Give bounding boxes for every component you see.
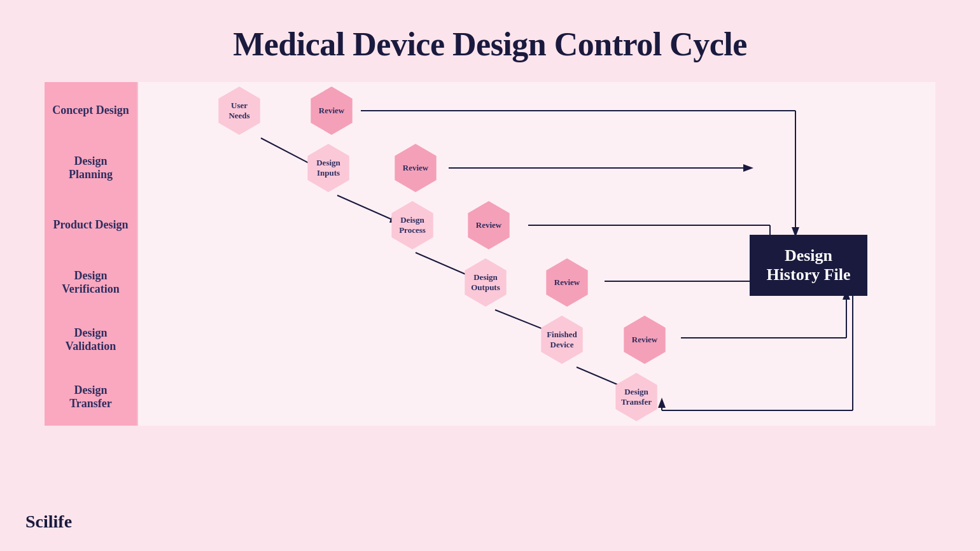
hex-review-2-shape: Review: [391, 144, 440, 192]
row-design-validation: Design Validation: [45, 311, 935, 368]
hex-review-4: Review: [543, 258, 591, 307]
hex-design-process: Deisgn Process: [388, 201, 437, 249]
hex-design-transfer-shape: Design Transfer: [612, 373, 661, 421]
hex-user-needs-shape: User Needs: [215, 87, 263, 135]
hex-review-4-shape: Review: [543, 258, 591, 307]
label-design-verification: Design Verification: [45, 254, 137, 311]
hex-design-transfer-label: Design Transfer: [617, 387, 655, 407]
content-design-validation: [137, 311, 935, 368]
hex-review-1-shape: Review: [307, 87, 356, 135]
diagram-area: Concept Design Design Planning Product D…: [45, 82, 935, 426]
hex-design-outputs-label: Design Outputs: [466, 272, 505, 293]
dhf-box: Design History File: [750, 235, 867, 296]
hex-review-5: Review: [620, 316, 669, 364]
hex-review-1: Review: [307, 87, 356, 135]
hex-design-transfer: Design Transfer: [612, 373, 661, 421]
content-design-planning: [137, 139, 935, 197]
hex-review-2: Review: [391, 144, 440, 192]
row-design-planning: Design Planning: [45, 139, 935, 197]
hex-review-4-label: Review: [554, 277, 580, 288]
hex-review-3: Review: [465, 201, 513, 249]
hex-review-5-label: Review: [632, 335, 657, 345]
hex-review-5-shape: Review: [620, 316, 669, 364]
hex-design-inputs: Design Inputs: [304, 144, 353, 192]
hex-finished-device: Finished Device: [538, 316, 586, 364]
hex-user-needs: User Needs: [215, 87, 263, 135]
row-concept-design: Concept Design: [45, 82, 935, 139]
hex-design-outputs-shape: Design Outputs: [461, 258, 510, 307]
hex-review-3-shape: Review: [465, 201, 513, 249]
content-design-transfer: [137, 368, 935, 426]
hex-review-1-label: Review: [319, 106, 344, 116]
hex-design-process-shape: Deisgn Process: [388, 201, 437, 249]
brand-label: Scilife: [25, 512, 72, 532]
label-design-planning: Design Planning: [45, 139, 137, 197]
label-product-design: Product Design: [45, 197, 137, 254]
row-design-transfer: Design Transfer: [45, 368, 935, 426]
hex-user-needs-label: User Needs: [220, 101, 258, 121]
hex-review-3-label: Review: [476, 220, 501, 230]
hex-finished-device-shape: Finished Device: [538, 316, 586, 364]
hex-design-inputs-label: Design Inputs: [309, 158, 347, 178]
rows-container: Concept Design Design Planning Product D…: [45, 82, 935, 426]
label-design-transfer: Design Transfer: [45, 368, 137, 426]
hex-design-outputs: Design Outputs: [461, 258, 510, 307]
hex-design-process-label: Deisgn Process: [393, 215, 431, 235]
label-design-validation: Design Validation: [45, 311, 137, 368]
label-concept-design: Concept Design: [45, 82, 137, 139]
page-title: Medical Device Design Control Cycle: [0, 0, 980, 82]
hex-design-inputs-shape: Design Inputs: [304, 144, 353, 192]
dhf-label: Design History File: [766, 246, 850, 284]
hex-finished-device-label: Finished Device: [543, 330, 581, 350]
hex-review-2-label: Review: [403, 163, 428, 173]
